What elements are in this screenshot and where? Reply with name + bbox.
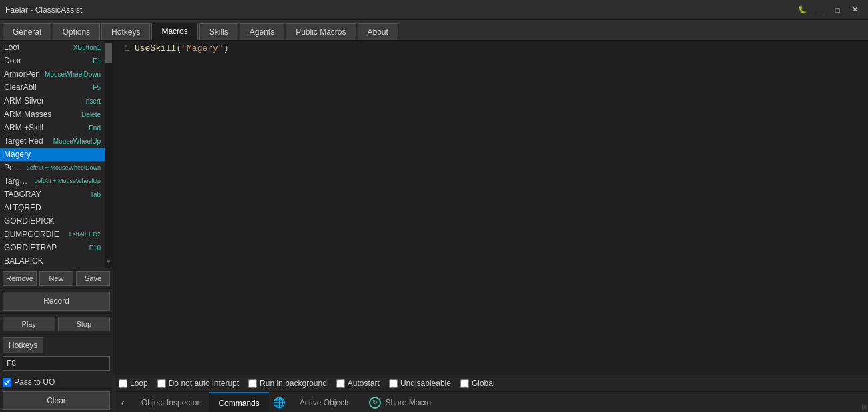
tab-about[interactable]: About: [358, 23, 398, 40]
macro-item-gordiepick[interactable]: GORDIEPICK: [0, 214, 105, 228]
loop-checkbox[interactable]: [119, 379, 127, 388]
play-stop-row: Play Stop: [0, 313, 113, 334]
macro-item-arm-skill[interactable]: ARM +Skill End: [0, 121, 105, 134]
undisableable-checkbox[interactable]: [389, 379, 398, 388]
minimize-button[interactable]: —: [812, 3, 828, 17]
new-button[interactable]: New: [39, 271, 73, 286]
run-in-background-option[interactable]: Run in background: [248, 379, 327, 388]
back-button[interactable]: ‹: [113, 392, 132, 413]
run-in-background-checkbox[interactable]: [248, 379, 257, 388]
undisableable-option[interactable]: Undisableable: [389, 379, 451, 388]
macro-item-clearabil[interactable]: ClearAbil F5: [0, 81, 105, 94]
macro-item-petfoll[interactable]: PetFoll LeftAlt + MouseWheelDown: [0, 161, 105, 174]
debug-button[interactable]: 🐛: [795, 3, 811, 17]
code-func: UseSkill: [135, 43, 176, 53]
tab-object-inspector[interactable]: Object Inspector: [132, 392, 209, 412]
record-section: Record: [0, 288, 113, 313]
maximize-button[interactable]: □: [829, 3, 845, 17]
window-title: Faelar - ClassicAssist: [5, 5, 82, 15]
macro-item-target-red[interactable]: Target Red MouseWheelUp: [0, 134, 105, 148]
tab-commands[interactable]: Commands: [209, 392, 268, 412]
macro-item-target[interactable]: Target... LeftAlt + MouseWheelUp: [0, 174, 105, 188]
resize-handle[interactable]: ⊞: [861, 403, 867, 411]
right-panel: 1 UseSkill("Magery") Loop Do not auto in…: [113, 41, 868, 412]
no-auto-interupt-checkbox[interactable]: [157, 379, 166, 388]
no-auto-interupt-label: Do not auto interupt: [169, 379, 239, 388]
clear-button[interactable]: Clear: [3, 391, 110, 410]
share-macro-button[interactable]: ↻ Share Macro: [360, 392, 440, 412]
bottom-bar: ‹ Object Inspector Commands 🌐 Active Obj…: [113, 391, 868, 412]
code-line-1: 1 UseSkill("Magery"): [119, 43, 863, 53]
globe-button[interactable]: 🌐: [269, 392, 290, 413]
macro-item-tabgray[interactable]: TABGRAY Tab: [0, 188, 105, 201]
tab-agents[interactable]: Agents: [240, 23, 284, 40]
scroll-thumb: [105, 43, 112, 63]
autostart-label: Autostart: [348, 379, 380, 388]
tab-hotkeys[interactable]: Hotkeys: [101, 23, 150, 40]
options-bar: Loop Do not auto interupt Run in backgro…: [113, 375, 868, 391]
macro-item-armorpen[interactable]: ArmorPen MouseWheelDown: [0, 67, 105, 81]
macro-item-arm-silver[interactable]: ARM Silver Insert: [0, 94, 105, 108]
loop-option[interactable]: Loop: [119, 379, 148, 388]
hotkeys-label: Hotkeys: [3, 337, 43, 353]
tab-general[interactable]: General: [3, 23, 51, 40]
play-button[interactable]: Play: [3, 317, 55, 331]
record-button[interactable]: Record: [3, 292, 110, 311]
clear-section: Clear: [0, 388, 113, 412]
code-string: "Magery": [181, 43, 223, 53]
left-panel: Loot XButton1 Door F1 ArmorPen MouseWhee…: [0, 41, 113, 412]
macro-action-buttons: Remove New Save: [0, 268, 113, 288]
window-controls: 🐛 — □ ✕: [795, 3, 863, 17]
pass-to-uo-row: Pass to UO: [0, 376, 113, 388]
macro-item-gordietrap[interactable]: GORDIETRAP F10: [0, 241, 105, 254]
bottom-tabs: Object Inspector Commands 🌐 Active Objec…: [132, 392, 868, 412]
autostart-option[interactable]: Autostart: [336, 379, 380, 388]
tab-options[interactable]: Options: [53, 23, 100, 40]
pass-to-uo-label[interactable]: Pass to UO: [3, 377, 55, 387]
macro-list-container: Loot XButton1 Door F1 ArmorPen MouseWhee…: [0, 41, 113, 268]
hotkeys-section: Hotkeys: [0, 334, 113, 376]
list-scrollbar[interactable]: ▼: [105, 41, 113, 268]
pass-to-uo-text: Pass to UO: [14, 377, 55, 387]
titlebar: Faelar - ClassicAssist 🐛 — □ ✕: [0, 0, 868, 20]
stop-button[interactable]: Stop: [58, 317, 111, 331]
loop-label: Loop: [130, 379, 148, 388]
share-macro-label: Share Macro: [385, 398, 431, 407]
macro-item-altqred[interactable]: ALTQRED: [0, 201, 105, 214]
undisableable-label: Undisableable: [400, 379, 451, 388]
share-icon: ↻: [369, 397, 381, 409]
close-button[interactable]: ✕: [847, 3, 863, 17]
global-checkbox[interactable]: [460, 379, 469, 388]
pass-to-uo-checkbox[interactable]: [3, 378, 11, 387]
main-content: Loot XButton1 Door F1 ArmorPen MouseWhee…: [0, 41, 868, 412]
macro-list[interactable]: Loot XButton1 Door F1 ArmorPen MouseWhee…: [0, 41, 105, 268]
tab-public-macros[interactable]: Public Macros: [286, 23, 356, 40]
code-editor[interactable]: 1 UseSkill("Magery"): [113, 41, 868, 375]
macro-item-magery[interactable]: Magery: [0, 148, 105, 161]
global-label: Global: [472, 379, 495, 388]
save-button[interactable]: Save: [76, 271, 110, 286]
hotkey-input[interactable]: [3, 356, 110, 371]
tab-active-objects[interactable]: Active Objects: [290, 392, 360, 412]
macro-item-dumpgordie[interactable]: DUMPGORDIE LeftAlt + D2: [0, 228, 105, 241]
autostart-checkbox[interactable]: [336, 379, 345, 388]
remove-button[interactable]: Remove: [3, 271, 37, 286]
tab-skills[interactable]: Skills: [199, 23, 238, 40]
macro-item-loot[interactable]: Loot XButton1: [0, 41, 105, 54]
run-in-background-label: Run in background: [260, 379, 327, 388]
macro-item-arm-masses[interactable]: ARM Masses Delete: [0, 108, 105, 121]
tab-macros[interactable]: Macros: [151, 23, 197, 40]
macro-item-door[interactable]: Door F1: [0, 54, 105, 67]
macro-item-balapick[interactable]: BALAPICK: [0, 254, 105, 268]
global-option[interactable]: Global: [460, 379, 495, 388]
no-auto-interupt-option[interactable]: Do not auto interupt: [157, 379, 239, 388]
main-tabs-bar: General Options Hotkeys Macros Skills Ag…: [0, 20, 868, 41]
